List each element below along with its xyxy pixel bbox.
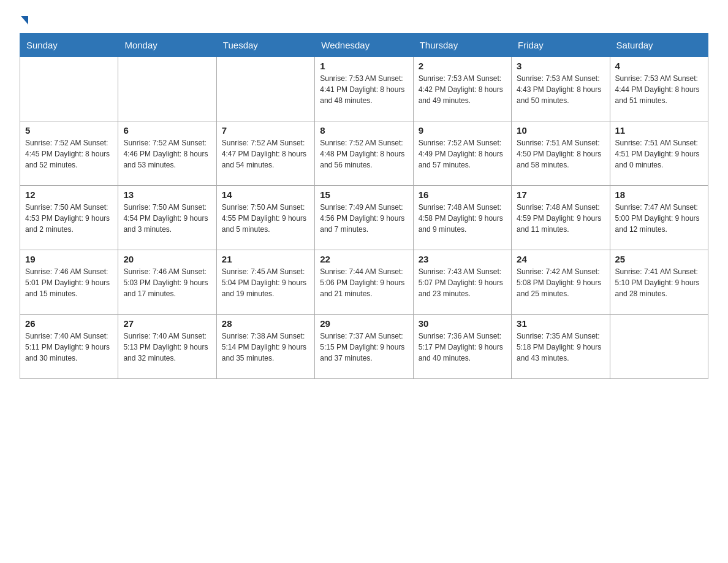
calendar-week-1: 1Sunrise: 7:53 AM Sunset: 4:41 PM Daylig… [20, 57, 708, 121]
calendar-cell: 25Sunrise: 7:41 AM Sunset: 5:10 PM Dayli… [610, 250, 708, 315]
calendar-cell [118, 57, 216, 121]
day-number: 27 [123, 318, 211, 329]
day-number: 31 [517, 318, 604, 329]
day-info: Sunrise: 7:42 AM Sunset: 5:08 PM Dayligh… [517, 266, 604, 299]
day-info: Sunrise: 7:48 AM Sunset: 4:59 PM Dayligh… [517, 202, 604, 235]
day-info: Sunrise: 7:43 AM Sunset: 5:07 PM Dayligh… [419, 266, 506, 299]
calendar-cell: 31Sunrise: 7:35 AM Sunset: 5:18 PM Dayli… [512, 315, 610, 379]
day-info: Sunrise: 7:38 AM Sunset: 5:14 PM Dayligh… [222, 331, 309, 364]
calendar-cell: 22Sunrise: 7:44 AM Sunset: 5:06 PM Dayli… [315, 250, 413, 315]
calendar-cell: 17Sunrise: 7:48 AM Sunset: 4:59 PM Dayli… [512, 186, 610, 250]
day-number: 9 [419, 125, 506, 136]
day-number: 26 [25, 318, 113, 329]
day-number: 12 [25, 190, 113, 200]
calendar-cell: 13Sunrise: 7:50 AM Sunset: 4:54 PM Dayli… [118, 186, 216, 250]
day-info: Sunrise: 7:44 AM Sunset: 5:06 PM Dayligh… [320, 266, 408, 299]
calendar-cell: 28Sunrise: 7:38 AM Sunset: 5:14 PM Dayli… [216, 315, 314, 379]
weekday-header-wednesday: Wednesday [315, 34, 413, 57]
day-number: 14 [222, 190, 309, 200]
calendar-cell: 29Sunrise: 7:37 AM Sunset: 5:15 PM Dayli… [315, 315, 413, 379]
calendar-week-3: 12Sunrise: 7:50 AM Sunset: 4:53 PM Dayli… [20, 186, 708, 250]
weekday-header-row: SundayMondayTuesdayWednesdayThursdayFrid… [20, 34, 708, 57]
day-info: Sunrise: 7:45 AM Sunset: 5:04 PM Dayligh… [222, 266, 309, 299]
calendar-cell: 16Sunrise: 7:48 AM Sunset: 4:58 PM Dayli… [413, 186, 511, 250]
calendar-cell: 2Sunrise: 7:53 AM Sunset: 4:42 PM Daylig… [413, 57, 511, 121]
day-info: Sunrise: 7:53 AM Sunset: 4:41 PM Dayligh… [320, 73, 408, 106]
day-info: Sunrise: 7:52 AM Sunset: 4:45 PM Dayligh… [25, 137, 113, 170]
day-number: 28 [222, 318, 309, 329]
calendar-cell [20, 57, 118, 121]
day-info: Sunrise: 7:52 AM Sunset: 4:48 PM Dayligh… [320, 137, 408, 170]
calendar-cell: 10Sunrise: 7:51 AM Sunset: 4:50 PM Dayli… [512, 121, 610, 186]
day-info: Sunrise: 7:40 AM Sunset: 5:13 PM Dayligh… [123, 331, 211, 364]
day-info: Sunrise: 7:52 AM Sunset: 4:46 PM Dayligh… [123, 137, 211, 170]
day-number: 25 [615, 254, 703, 264]
day-info: Sunrise: 7:46 AM Sunset: 5:01 PM Dayligh… [25, 266, 113, 299]
calendar-cell: 7Sunrise: 7:52 AM Sunset: 4:47 PM Daylig… [216, 121, 314, 186]
day-info: Sunrise: 7:48 AM Sunset: 4:58 PM Dayligh… [419, 202, 506, 235]
weekday-header-friday: Friday [512, 34, 610, 57]
calendar-cell: 6Sunrise: 7:52 AM Sunset: 4:46 PM Daylig… [118, 121, 216, 186]
day-info: Sunrise: 7:35 AM Sunset: 5:18 PM Dayligh… [517, 331, 604, 364]
calendar-cell: 8Sunrise: 7:52 AM Sunset: 4:48 PM Daylig… [315, 121, 413, 186]
calendar-cell: 4Sunrise: 7:53 AM Sunset: 4:44 PM Daylig… [610, 57, 708, 121]
calendar-cell: 30Sunrise: 7:36 AM Sunset: 5:17 PM Dayli… [413, 315, 511, 379]
calendar-cell: 21Sunrise: 7:45 AM Sunset: 5:04 PM Dayli… [216, 250, 314, 315]
day-info: Sunrise: 7:36 AM Sunset: 5:17 PM Dayligh… [419, 331, 506, 364]
calendar-cell: 24Sunrise: 7:42 AM Sunset: 5:08 PM Dayli… [512, 250, 610, 315]
calendar-cell: 23Sunrise: 7:43 AM Sunset: 5:07 PM Dayli… [413, 250, 511, 315]
day-number: 11 [615, 125, 703, 136]
logo [20, 15, 29, 23]
day-number: 5 [25, 125, 113, 136]
day-info: Sunrise: 7:41 AM Sunset: 5:10 PM Dayligh… [615, 266, 703, 299]
day-info: Sunrise: 7:53 AM Sunset: 4:43 PM Dayligh… [517, 73, 604, 106]
day-info: Sunrise: 7:52 AM Sunset: 4:47 PM Dayligh… [222, 137, 309, 170]
calendar-cell: 20Sunrise: 7:46 AM Sunset: 5:03 PM Dayli… [118, 250, 216, 315]
day-number: 13 [123, 190, 211, 200]
day-info: Sunrise: 7:53 AM Sunset: 4:42 PM Dayligh… [419, 73, 506, 106]
day-info: Sunrise: 7:40 AM Sunset: 5:11 PM Dayligh… [25, 331, 113, 364]
day-number: 16 [419, 190, 506, 200]
weekday-header-saturday: Saturday [610, 34, 708, 57]
day-info: Sunrise: 7:49 AM Sunset: 4:56 PM Dayligh… [320, 202, 408, 235]
day-number: 20 [123, 254, 211, 264]
day-number: 7 [222, 125, 309, 136]
calendar-table: SundayMondayTuesdayWednesdayThursdayFrid… [20, 33, 708, 379]
day-info: Sunrise: 7:50 AM Sunset: 4:53 PM Dayligh… [25, 202, 113, 235]
day-info: Sunrise: 7:53 AM Sunset: 4:44 PM Dayligh… [615, 73, 703, 106]
day-number: 30 [419, 318, 506, 329]
calendar-cell: 14Sunrise: 7:50 AM Sunset: 4:55 PM Dayli… [216, 186, 314, 250]
calendar-cell: 18Sunrise: 7:47 AM Sunset: 5:00 PM Dayli… [610, 186, 708, 250]
day-number: 1 [320, 61, 408, 71]
day-info: Sunrise: 7:37 AM Sunset: 5:15 PM Dayligh… [320, 331, 408, 364]
weekday-header-sunday: Sunday [20, 34, 118, 57]
calendar-cell: 5Sunrise: 7:52 AM Sunset: 4:45 PM Daylig… [20, 121, 118, 186]
calendar-cell [216, 57, 314, 121]
day-info: Sunrise: 7:46 AM Sunset: 5:03 PM Dayligh… [123, 266, 211, 299]
day-number: 6 [123, 125, 211, 136]
calendar-cell: 1Sunrise: 7:53 AM Sunset: 4:41 PM Daylig… [315, 57, 413, 121]
day-number: 17 [517, 190, 604, 200]
calendar-cell: 11Sunrise: 7:51 AM Sunset: 4:51 PM Dayli… [610, 121, 708, 186]
calendar-cell: 15Sunrise: 7:49 AM Sunset: 4:56 PM Dayli… [315, 186, 413, 250]
calendar-week-5: 26Sunrise: 7:40 AM Sunset: 5:11 PM Dayli… [20, 315, 708, 379]
day-info: Sunrise: 7:50 AM Sunset: 4:55 PM Dayligh… [222, 202, 309, 235]
day-info: Sunrise: 7:51 AM Sunset: 4:51 PM Dayligh… [615, 137, 703, 170]
calendar-cell: 3Sunrise: 7:53 AM Sunset: 4:43 PM Daylig… [512, 57, 610, 121]
calendar-cell: 27Sunrise: 7:40 AM Sunset: 5:13 PM Dayli… [118, 315, 216, 379]
day-number: 29 [320, 318, 408, 329]
weekday-header-monday: Monday [118, 34, 216, 57]
calendar-week-4: 19Sunrise: 7:46 AM Sunset: 5:01 PM Dayli… [20, 250, 708, 315]
day-number: 4 [615, 61, 703, 71]
day-number: 22 [320, 254, 408, 264]
calendar-cell [610, 315, 708, 379]
day-number: 15 [320, 190, 408, 200]
calendar-cell: 12Sunrise: 7:50 AM Sunset: 4:53 PM Dayli… [20, 186, 118, 250]
logo-arrow-icon [21, 16, 28, 25]
day-number: 18 [615, 190, 703, 200]
calendar-cell: 26Sunrise: 7:40 AM Sunset: 5:11 PM Dayli… [20, 315, 118, 379]
day-number: 8 [320, 125, 408, 136]
page-header [20, 15, 708, 23]
day-number: 3 [517, 61, 604, 71]
day-number: 10 [517, 125, 604, 136]
